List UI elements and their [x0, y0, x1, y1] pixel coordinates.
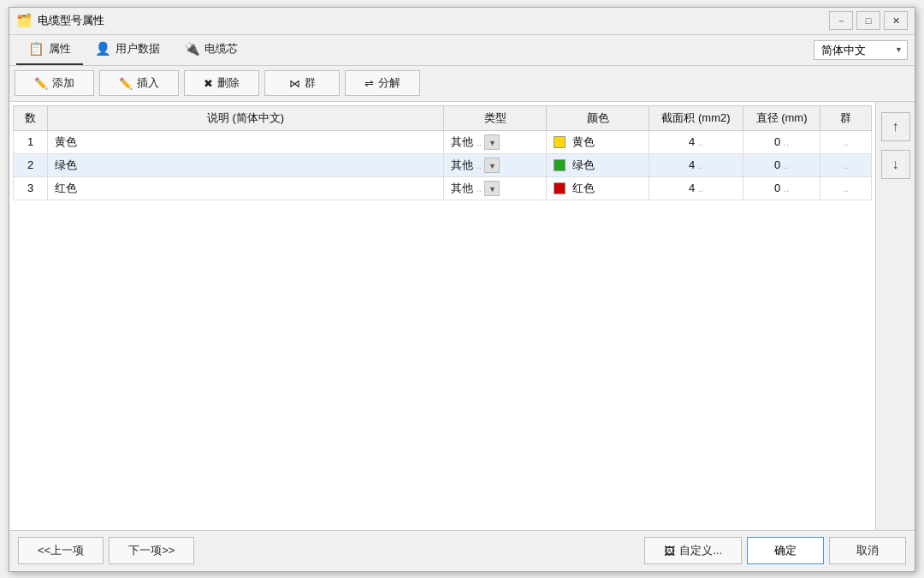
tab-cablecore-icon: 🔌	[184, 41, 200, 57]
tab-bar: 📋 属性 👤 用户数据 🔌 电缆芯 简体中文 English 繁體中文	[9, 35, 915, 66]
custom-label: 自定义...	[679, 543, 722, 558]
group-dots: ..	[843, 137, 848, 147]
color-swatch	[554, 182, 566, 194]
header-diam: 直径 (mm)	[743, 105, 820, 130]
type-dropdown-arrow[interactable]: ▼	[484, 134, 500, 150]
type-dropdown-arrow[interactable]: ▼	[484, 158, 500, 173]
type-value: 其他	[451, 182, 473, 194]
tab-cablecore[interactable]: 🔌 电缆芯	[172, 35, 250, 65]
tab-properties[interactable]: 📋 属性	[16, 35, 83, 65]
window-title: 电缆型号属性	[38, 13, 104, 28]
delete-icon: ✖	[204, 77, 213, 90]
color-name: 红色	[572, 182, 595, 194]
cell-num: 2	[14, 153, 48, 176]
toolbar: ✏️ 添加 ✏️ 插入 ✖ 删除 ⋈ 群 ⇌ 分解	[9, 66, 915, 102]
delete-label: 删除	[217, 75, 240, 91]
title-bar: 🗂️ 电缆型号属性 － □ ✕	[9, 8, 915, 35]
side-arrows: ↑ ↓	[875, 102, 915, 530]
diam-dots: ..	[784, 183, 789, 194]
split-label: 分解	[378, 75, 400, 91]
split-button[interactable]: ⇌ 分解	[345, 70, 420, 96]
area-dots: ..	[698, 137, 703, 147]
cancel-button[interactable]: 取消	[829, 537, 906, 564]
add-label: 添加	[52, 75, 74, 91]
main-content: 数 说明 (简体中文) 类型 颜色 截面积 (mm2) 直径 (mm) 群 1 …	[9, 102, 915, 530]
cell-desc[interactable]: 黄色	[48, 130, 444, 153]
group-icon: ⋈	[289, 77, 300, 90]
table-row[interactable]: 3 红色 其他 .. ▼ 红色 4 .. 0 .. ..	[14, 176, 872, 200]
data-table: 数 说明 (简体中文) 类型 颜色 截面积 (mm2) 直径 (mm) 群 1 …	[13, 105, 872, 200]
bottom-right: 🖼 自定义... 确定 取消	[644, 537, 906, 564]
add-icon: ✏️	[34, 77, 48, 90]
language-dropdown[interactable]: 简体中文 English 繁體中文	[814, 40, 908, 60]
color-swatch	[554, 159, 566, 171]
tab-userdata[interactable]: 👤 用户数据	[83, 35, 172, 65]
diam-dots: ..	[784, 137, 789, 147]
header-num: 数	[14, 105, 48, 130]
custom-icon: 🖼	[664, 545, 675, 557]
move-down-button[interactable]: ↓	[881, 150, 910, 179]
move-up-button[interactable]: ↑	[881, 112, 910, 141]
type-dots: ..	[477, 137, 482, 147]
tab-userdata-label: 用户数据	[116, 41, 160, 57]
language-selector[interactable]: 简体中文 English 繁體中文	[814, 40, 908, 60]
table-row[interactable]: 1 黄色 其他 .. ▼ 黄色 4 .. 0 .. ..	[14, 130, 872, 153]
cell-desc[interactable]: 红色	[48, 176, 444, 200]
cell-area: 4 ..	[649, 176, 743, 200]
color-swatch	[554, 136, 566, 148]
cell-area: 4 ..	[649, 130, 743, 153]
insert-icon: ✏️	[119, 77, 133, 90]
cell-diam: 0 ..	[743, 176, 820, 200]
cell-type: 其他 .. ▼	[444, 130, 547, 153]
title-bar-controls: － □ ✕	[829, 11, 908, 30]
cell-type: 其他 .. ▼	[444, 176, 547, 200]
lang-dropdown-wrap: 简体中文 English 繁體中文	[814, 40, 908, 60]
cell-color[interactable]: 绿色	[547, 153, 649, 176]
group-label: 群	[305, 75, 316, 91]
cell-color[interactable]: 红色	[547, 176, 649, 200]
custom-button[interactable]: 🖼 自定义...	[644, 537, 742, 564]
cell-diam: 0 ..	[743, 153, 820, 176]
type-dots: ..	[477, 183, 482, 194]
cell-group: ..	[820, 130, 872, 153]
color-name: 绿色	[572, 158, 595, 171]
cell-area: 4 ..	[649, 153, 743, 176]
insert-button[interactable]: ✏️ 插入	[99, 70, 179, 96]
header-group: 群	[820, 105, 872, 130]
ok-button[interactable]: 确定	[747, 537, 824, 564]
table-area: 数 说明 (简体中文) 类型 颜色 截面积 (mm2) 直径 (mm) 群 1 …	[9, 102, 875, 530]
table-body: 1 黄色 其他 .. ▼ 黄色 4 .. 0 .. .. 2 绿色	[14, 130, 872, 200]
type-value: 其他	[451, 135, 473, 148]
type-dots: ..	[477, 160, 482, 170]
minimize-button[interactable]: －	[829, 11, 853, 30]
main-window: 🗂️ 电缆型号属性 － □ ✕ 📋 属性 👤 用户数据 🔌 电缆芯	[9, 7, 915, 572]
cell-group: ..	[820, 176, 872, 200]
group-dots: ..	[843, 160, 848, 170]
type-value: 其他	[451, 158, 473, 171]
group-button[interactable]: ⋈ 群	[264, 70, 340, 96]
cell-group: ..	[820, 153, 872, 176]
header-desc: 说明 (简体中文)	[48, 105, 444, 130]
table-row[interactable]: 2 绿色 其他 .. ▼ 绿色 4 .. 0 .. ..	[14, 153, 872, 176]
prev-button[interactable]: <<上一项	[18, 537, 104, 564]
cell-color[interactable]: 黄色	[547, 130, 649, 153]
down-arrow-icon: ↓	[892, 157, 899, 172]
add-button[interactable]: ✏️ 添加	[15, 70, 94, 96]
area-dots: ..	[698, 160, 703, 170]
insert-label: 插入	[137, 75, 159, 91]
group-dots: ..	[843, 183, 848, 194]
up-arrow-icon: ↑	[892, 119, 899, 134]
tab-properties-icon: 📋	[28, 41, 44, 57]
type-dropdown-arrow[interactable]: ▼	[484, 181, 500, 196]
tab-userdata-icon: 👤	[95, 41, 111, 57]
close-button[interactable]: ✕	[884, 11, 908, 30]
bottom-bar: <<上一项 下一项>> 🖼 自定义... 确定 取消	[9, 530, 915, 571]
delete-button[interactable]: ✖ 删除	[184, 70, 259, 96]
color-name: 黄色	[572, 135, 595, 148]
cell-num: 3	[14, 176, 48, 200]
area-dots: ..	[698, 183, 703, 194]
maximize-button[interactable]: □	[856, 11, 880, 30]
cell-desc[interactable]: 绿色	[48, 153, 444, 176]
next-button[interactable]: 下一项>>	[109, 537, 194, 564]
tab-properties-label: 属性	[49, 41, 71, 57]
